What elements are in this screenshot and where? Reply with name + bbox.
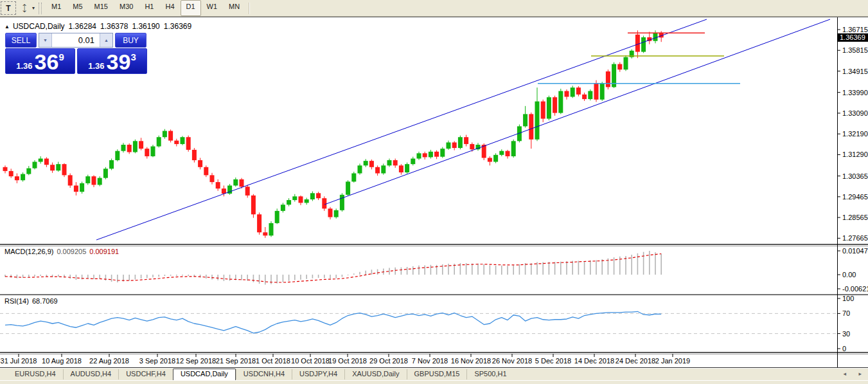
candle-body [470,144,474,149]
volume-control: ▼ ▲ [39,33,113,48]
candle-body [305,199,309,203]
candle-body [434,152,439,157]
candle-body [163,131,167,138]
timeframe-button-M15[interactable]: M15 [89,0,114,16]
volume-decrease-button[interactable]: ▼ [39,33,52,47]
toolbar: T ⤢ ▾ M1M5M15M30H1H4D1W1MN [0,0,868,17]
svg-text:70: 70 [842,309,850,317]
sell-price-big: 36 [35,53,59,71]
sell-price-prefix: 1.36 [16,62,32,71]
chart-title: ▲USDCAD,Daily1.362841.363781.361901.3636… [4,22,191,31]
chart-tabbar: EURUSD,H4AUDUSD,H4USDCHF,H4USDCAD,DailyU… [0,369,868,380]
svg-text:3 Sep 2018: 3 Sep 2018 [139,357,175,365]
candle-body [151,147,155,156]
timeframe-button-MN[interactable]: MN [223,0,245,16]
svg-text:21 Sep 2018: 21 Sep 2018 [216,357,256,365]
candle-body [393,160,398,165]
candle-body [576,87,581,95]
chart-tab-USDCNH-H4[interactable]: USDCNH,H4 [236,369,292,379]
timeframe-button-H1[interactable]: H1 [139,0,159,16]
timeframe-button-M1[interactable]: M1 [46,0,67,16]
candle-body [174,141,179,144]
volume-input[interactable] [52,33,100,47]
candle-body [624,57,628,69]
candle-body [458,137,463,148]
tab-scroll-left-button[interactable]: ◂ [843,370,846,377]
macd-name: MACD(12,26,9) [4,248,53,255]
chart-tab-USDJPY-H4[interactable]: USDJPY,H4 [292,369,344,379]
one-click-trade-panel: SELL ▼ ▲ BUY 1.36 36 9 1.36 39 3 [5,33,147,74]
candle-body [417,153,421,158]
tab-scroll-right-button[interactable]: ▸ [858,370,862,377]
candle-body [74,185,78,192]
chart-tab-AUDUSD-H4[interactable]: AUDUSD,H4 [63,369,119,379]
buy-price-display[interactable]: 1.36 39 3 [77,48,147,74]
candle-body [387,160,392,165]
timeframe-button-M30[interactable]: M30 [114,0,139,16]
chart-tab-XAUUSD-Daily[interactable]: XAUUSD,Daily [344,369,406,379]
candle-body [233,179,238,186]
chart-tab-USDCHF-H4[interactable]: USDCHF,H4 [118,369,173,379]
candle-body [316,193,321,198]
timeframe-button-H4[interactable]: H4 [159,0,180,16]
chart-symbol-label: USDCAD,Daily [13,22,65,31]
chart-tab-EURUSD-H4[interactable]: EURUSD,H4 [8,369,63,379]
buy-button[interactable]: BUY [115,33,146,48]
chart-tab-SP500-H1[interactable]: SP500,H1 [466,369,513,379]
ohlc-close: 1.36369 [164,22,191,31]
volume-increase-button[interactable]: ▲ [100,33,112,47]
candle-body [245,187,250,196]
candle-body [275,211,279,223]
candle-body [594,83,599,100]
svg-text:7 Nov 2018: 7 Nov 2018 [412,357,448,365]
svg-text:24 Dec 2018: 24 Dec 2018 [616,357,655,365]
svg-text:12 Sep 2018: 12 Sep 2018 [176,357,216,365]
timeframe-button-W1[interactable]: W1 [201,0,224,16]
candle-body [541,102,545,119]
collapse-panel-icon[interactable]: ▲ [4,24,10,30]
candle-body [411,159,415,165]
candle-body [251,196,256,214]
candle-body [452,142,457,148]
arrows-icon: ⤢ [19,2,31,14]
svg-text:22 Aug 2018: 22 Aug 2018 [89,357,129,365]
arrows-tool-caret[interactable]: ▾ [32,5,35,11]
candle-body [222,188,226,194]
candle-body [287,200,291,205]
svg-text:1.29465: 1.29465 [842,193,868,201]
chart-tab-USDCAD-Daily[interactable]: USDCAD,Daily [173,369,236,381]
candle-body [210,175,215,182]
candle-body [506,151,510,156]
candle-body [399,165,403,172]
arrows-tool-button[interactable]: ⤢ [17,2,31,14]
svg-text:29 Oct 2018: 29 Oct 2018 [369,357,408,365]
svg-text:5 Dec 2018: 5 Dec 2018 [535,357,571,365]
candle-body [281,205,285,211]
candle-body [292,196,297,200]
candle-body [133,141,137,152]
ohlc-low: 1.36190 [132,22,159,31]
text-tool-button[interactable]: T [1,1,16,15]
candle-body [257,214,261,232]
candle-body [310,193,315,199]
chart-tab-GBPUSD-M15[interactable]: GBPUSD,M15 [407,369,467,379]
svg-text:26 Nov 2018: 26 Nov 2018 [492,357,532,365]
sell-price-display[interactable]: 1.36 36 9 [5,48,75,74]
sell-button[interactable]: SELL [5,33,37,48]
candle-body [263,232,267,235]
rsi-label: RSI(14)68.7069 [4,297,58,305]
svg-text:1.33990: 1.33990 [842,89,868,96]
candle-body [499,151,504,155]
toolbar-grip[interactable] [39,3,42,14]
timeframe-button-M5[interactable]: M5 [67,0,88,16]
candle-body [375,167,380,174]
candle-body [334,210,339,217]
candle-body [98,178,102,185]
candle-body [571,87,575,96]
candle-body [635,35,640,52]
candle-body [423,153,427,157]
timeframe-button-D1[interactable]: D1 [181,0,201,16]
candle-body [50,165,55,170]
candle-body [447,142,451,149]
svg-text:2 Jan 2019: 2 Jan 2019 [655,357,690,365]
